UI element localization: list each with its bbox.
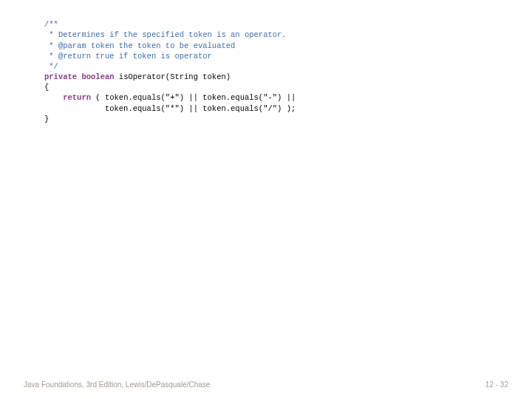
footer-citation: Java Foundations, 3rd Edition, Lewis/DeP… [24,381,210,389]
return-line: return ( token.equals("+") || token.equa… [44,93,296,102]
brace-open: { [44,83,49,92]
keyword-private: private [44,72,77,81]
method-name: isOperator(String token) [115,72,231,81]
javadoc-line: * @return true if token is operator [44,52,212,61]
keyword-return: return [63,93,91,102]
method-signature: private boolean isOperator(String token) [44,72,231,81]
return-expr-2: token.equals("*") || token.equals("/") )… [44,104,296,113]
code-block: /** * Determines if the specified token … [44,9,488,124]
brace-close: } [44,115,49,123]
keyword-boolean: boolean [81,72,114,81]
return-expr-1: ( token.equals("+") || token.equals("-")… [91,93,296,102]
page-number: 12 - 32 [485,381,508,389]
javadoc-line: /** [44,20,58,29]
javadoc-line: * Determines if the specified token is a… [44,30,287,39]
javadoc-line: * @param token the token to be evaluated [44,41,235,50]
javadoc-line: */ [44,62,58,71]
